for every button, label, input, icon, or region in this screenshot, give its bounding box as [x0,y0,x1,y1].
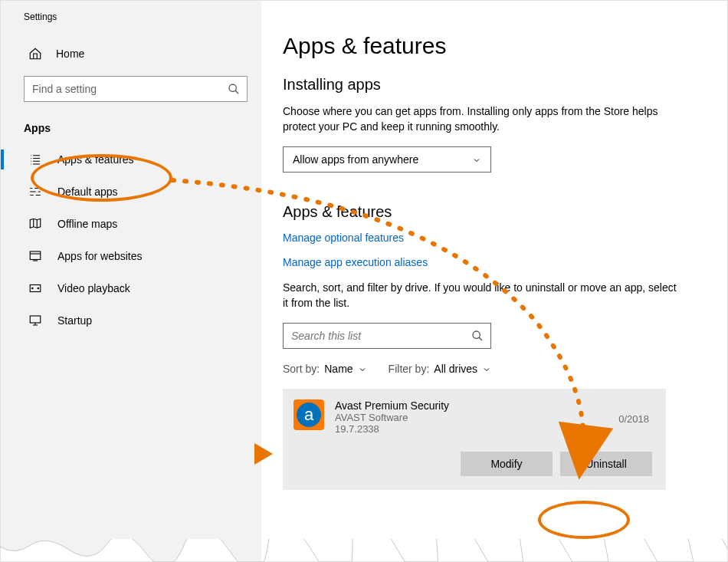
modify-button[interactable]: Modify [461,452,553,476]
startup-icon [28,314,42,327]
manage-app-aliases-link[interactable]: Manage app execution aliases [283,256,697,268]
sidebar-item-label: Video playback [57,282,130,294]
chevron-down-icon [358,364,367,373]
app-install-date: 0/2018 [618,413,649,425]
app-publisher: AVAST Software [335,412,652,423]
sidebar-item-label: Default apps [57,186,118,198]
selected-app-card[interactable]: Avast Premium Security AVAST Software 19… [283,389,666,490]
svg-point-4 [38,288,39,289]
chevron-down-icon [472,155,481,164]
install-source-value: Allow apps from anywhere [293,153,418,166]
svg-point-6 [473,331,480,338]
apps-list-desc: Search, sort, and filter by drive. If yo… [283,281,681,311]
search-icon [228,83,240,95]
app-name: Avast Premium Security [335,399,652,412]
window-title: Settings [1,12,261,22]
sidebar-item-apps-features[interactable]: Apps & features [1,143,261,176]
video-icon [28,281,42,295]
sort-value: Name [324,363,353,375]
map-icon [28,217,42,231]
filter-label: Filter by: [389,363,430,375]
search-settings-input[interactable] [24,76,248,102]
search-icon [471,330,484,342]
avast-app-icon [293,399,324,430]
sidebar-item-label: Apps for websites [57,250,143,262]
uninstall-button[interactable]: Uninstall [560,452,652,476]
sidebar-item-startup[interactable]: Startup [1,304,261,337]
svg-point-0 [229,84,236,91]
sidebar-item-default-apps[interactable]: Default apps [1,176,261,208]
home-nav[interactable]: Home [1,39,261,68]
installing-apps-heading: Installing apps [283,76,697,94]
svg-rect-1 [30,251,41,260]
app-version: 19.7.2338 [335,423,652,435]
page-title: Apps & features [283,33,697,59]
defaults-icon [28,185,42,199]
manage-optional-features-link[interactable]: Manage optional features [283,232,697,244]
main-content: Apps & features Installing apps Choose w… [261,1,727,561]
filter-value: All drives [434,363,477,375]
sidebar-item-label: Startup [57,314,92,327]
home-icon [28,47,42,61]
home-label: Home [56,48,84,60]
sort-filter-bar: Sort by: Name Filter by: All drives [283,363,697,375]
filter-by[interactable]: Filter by: All drives [389,363,491,375]
list-icon [28,153,42,166]
sidebar-item-video-playback[interactable]: Video playback [1,272,261,304]
sidebar: Settings Home Apps Apps & features Defau [1,1,261,561]
sort-by[interactable]: Sort by: Name [283,363,367,375]
chevron-down-icon [482,364,491,373]
sort-label: Sort by: [283,363,320,375]
app-search-input[interactable] [283,323,491,349]
sidebar-item-offline-maps[interactable]: Offline maps [1,208,261,240]
sidebar-item-apps-websites[interactable]: Apps for websites [1,240,261,272]
svg-point-3 [32,288,34,289]
installing-apps-desc: Choose where you can get apps from. Inst… [283,104,681,134]
svg-rect-5 [30,316,41,323]
sidebar-search[interactable] [24,76,248,102]
install-source-select[interactable]: Allow apps from anywhere [283,146,491,173]
sidebar-item-label: Offline maps [57,218,117,230]
app-search[interactable] [283,323,491,349]
apps-features-heading: Apps & features [283,203,697,221]
sidebar-item-label: Apps & features [57,153,134,166]
websites-icon [28,249,42,263]
sidebar-section-header: Apps [1,116,261,143]
